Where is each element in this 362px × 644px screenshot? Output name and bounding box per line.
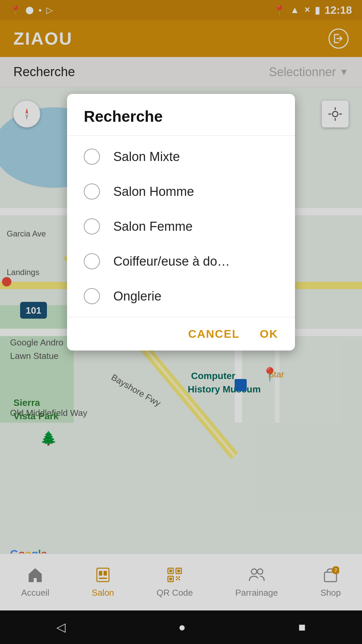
- option-label-coiffeur: Coiffeur/euse à do…: [113, 254, 230, 269]
- option-label-onglerie: Onglerie: [113, 289, 162, 304]
- radio-coiffeur[interactable]: [84, 253, 100, 269]
- dialog-title: Recherche: [67, 94, 295, 136]
- radio-onglerie[interactable]: [84, 288, 100, 304]
- option-label-salon-homme: Salon Homme: [113, 184, 194, 199]
- dialog-overlay: Recherche Salon Mixte Salon Homme Salon …: [0, 0, 362, 644]
- dialog-actions: CANCEL OK: [67, 317, 295, 351]
- cancel-button[interactable]: CANCEL: [188, 327, 240, 340]
- search-dialog: Recherche Salon Mixte Salon Homme Salon …: [67, 94, 295, 351]
- ok-button[interactable]: OK: [260, 327, 278, 340]
- option-salon-femme[interactable]: Salon Femme: [67, 209, 295, 244]
- option-label-salon-femme: Salon Femme: [113, 219, 193, 234]
- option-salon-mixte[interactable]: Salon Mixte: [67, 139, 295, 174]
- option-onglerie[interactable]: Onglerie: [67, 279, 295, 314]
- radio-salon-mixte[interactable]: [84, 149, 100, 165]
- radio-salon-femme[interactable]: [84, 218, 100, 234]
- radio-salon-homme[interactable]: [84, 183, 100, 200]
- option-label-salon-mixte: Salon Mixte: [113, 150, 180, 164]
- option-coiffeur[interactable]: Coiffeur/euse à do…: [67, 244, 295, 279]
- option-salon-homme[interactable]: Salon Homme: [67, 174, 295, 209]
- dialog-options: Salon Mixte Salon Homme Salon Femme Coif…: [67, 136, 295, 317]
